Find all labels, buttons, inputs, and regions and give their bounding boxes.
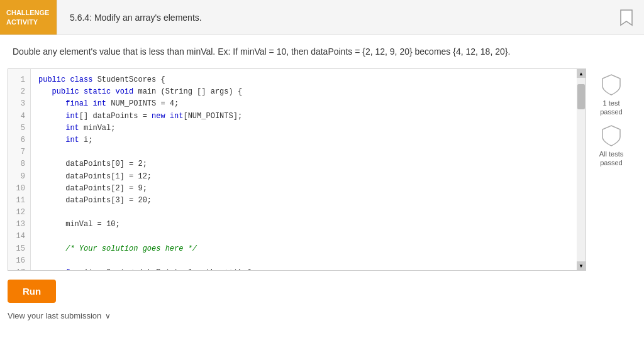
bottom-toolbar: Run	[0, 276, 644, 306]
scroll-up-button[interactable]: ▲	[577, 69, 586, 78]
scroll-down-button[interactable]: ▼	[577, 261, 586, 270]
line-numbers: 12345678910111213141516171819202122	[8, 69, 31, 270]
scroll-thumb[interactable]	[577, 84, 585, 109]
test2-badge: All tests passed	[599, 124, 624, 168]
run-button[interactable]: Run	[8, 280, 56, 303]
code-editor[interactable]: 12345678910111213141516171819202122 publ…	[8, 68, 586, 271]
code-container[interactable]: 12345678910111213141516171819202122 publ…	[8, 69, 586, 270]
main-content: 12345678910111213141516171819202122 publ…	[0, 63, 644, 276]
test1-badge: 1 test passed	[600, 74, 622, 117]
shield-all-icon	[601, 124, 621, 147]
test1-label: 1 test passed	[600, 99, 622, 117]
scrollbar[interactable]: ▲ ▼	[577, 69, 586, 270]
scroll-track[interactable]	[577, 78, 586, 261]
header-title: 5.6.4: Modify an array's elements.	[57, 13, 619, 23]
view-submission-label: View your last submission	[8, 311, 101, 320]
test2-label: All tests passed	[599, 150, 624, 168]
header: CHALLENGEACTIVITY 5.6.4: Modify an array…	[0, 0, 644, 35]
right-panel: 1 test passed All tests passed	[586, 68, 636, 271]
description: Double any element's value that is less …	[0, 35, 644, 63]
chevron-down-icon: ∨	[105, 312, 111, 320]
code-content[interactable]: public class StudentScores { public stat…	[31, 69, 577, 270]
shield-passed-icon	[601, 74, 621, 96]
bookmark-icon[interactable]	[619, 9, 634, 26]
description-text: Double any element's value that is less …	[13, 46, 510, 57]
view-submission[interactable]: View your last submission ∨	[0, 306, 644, 328]
badge-text: CHALLENGEACTIVITY	[6, 8, 49, 26]
challenge-badge: CHALLENGEACTIVITY	[0, 0, 57, 35]
